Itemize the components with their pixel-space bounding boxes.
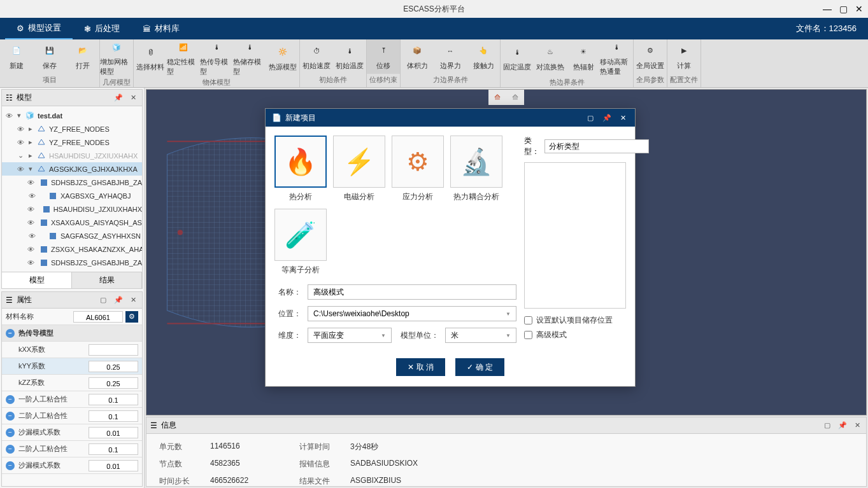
tree-row[interactable]: 👁SDHSBJZS_GHSABJHB_ZAHU [2,176,142,189]
ribbon-item[interactable]: 🌡初始温度 [333,39,366,74]
tree-row[interactable]: 👁HSAUHDISU_JZXIUXHAHX [2,202,142,216]
ribbon-item[interactable]: 🌡热传导模型 [200,39,233,76]
menu-materials[interactable]: 🏛 材料库 [131,18,191,39]
close-icon[interactable]: ✕ [618,114,629,122]
minimize-button[interactable]: — [823,4,832,14]
cancel-button[interactable]: ✕ 取 消 [396,358,445,376]
analysis-type-card[interactable]: ⚡电磁分析 [333,136,385,202]
tree-row[interactable]: 👁ZSXGX_HSAKAZNZXK_AHASX [2,242,142,256]
restore-icon[interactable]: ▢ [98,296,108,304]
analysis-type-card[interactable]: 🔬热力耦合分析 [450,136,502,202]
collapse-icon[interactable]: ▾ [16,111,22,120]
tab-results[interactable]: 结果 [72,272,142,288]
property-value[interactable]: 0.25 [89,361,138,372]
ribbon-item[interactable]: ⤒位移 [367,39,400,74]
ribbon-item[interactable]: 🌡固定温度 [501,39,534,76]
visibility-icon[interactable]: ⌄ [16,151,25,160]
property-value[interactable]: 0.01 [89,460,138,471]
ribbon-item[interactable]: ⚙全局设置 [634,39,667,74]
close-icon[interactable]: ✕ [129,296,138,304]
visibility-icon[interactable]: 👁 [16,125,25,133]
expand-icon[interactable]: ▸ [27,138,34,146]
visibility-icon[interactable]: 👁 [27,246,34,253]
dimension-select[interactable]: 平面应变 ▼ [308,328,392,343]
ribbon-item[interactable]: 💾保存 [33,39,66,74]
axis-tool-2[interactable]: ⟰ [506,90,524,105]
ok-button[interactable]: ✓ 确 定 [455,358,504,376]
pin-icon[interactable]: 📌 [112,94,125,102]
property-value[interactable]: 0.1 [89,394,138,405]
analysis-type-card[interactable]: ⚙应力分析 [392,136,444,202]
name-input[interactable] [308,284,516,300]
expand-icon[interactable]: ▸ [27,151,34,160]
visibility-icon[interactable]: 👁 [27,259,34,267]
property-value[interactable]: 0.1 [89,443,138,455]
ribbon-item[interactable]: 🌡热储存模型 [233,39,266,76]
visibility-icon[interactable]: 👁 [27,232,36,240]
ribbon-item[interactable]: 📦体积力 [401,39,434,74]
menu-postprocess[interactable]: ❃ 后处理 [73,18,131,39]
ribbon-item[interactable]: 📶稳定性模型 [167,39,200,76]
restore-icon[interactable]: ▢ [822,421,832,429]
expand-icon[interactable]: ▸ [27,125,34,133]
ribbon-item[interactable]: ☀热辐射 [567,39,600,76]
pin-icon[interactable]: 📌 [836,421,849,429]
close-button[interactable]: ✕ [855,4,863,14]
ribbon-item[interactable]: 📂打开 [66,39,99,74]
gear-icon[interactable]: ⚙ [125,311,138,323]
ribbon-item[interactable]: ♨对流换热 [534,39,567,76]
collapse-icon[interactable]: − [6,428,15,437]
ribbon-item[interactable]: ⏱初始速度 [300,39,333,74]
visibility-icon[interactable]: 👁 [27,219,34,227]
axis-tool-1[interactable]: ⟰ [488,90,506,105]
type-input[interactable] [544,139,649,153]
visibility-icon[interactable]: 👁 [4,112,13,120]
visibility-icon[interactable]: 👁 [27,192,36,200]
tree-row[interactable]: 👁▸YZ_FREE_NODES [2,136,142,149]
close-icon[interactable]: ✕ [129,94,138,102]
ribbon-item[interactable]: ↔边界力 [434,39,467,74]
collapse-icon[interactable]: − [6,461,15,470]
collapse-icon[interactable]: − [6,445,15,454]
collapse-icon[interactable]: − [6,412,15,421]
tree-row[interactable]: 👁XSAXGAUS_AISYAQSH_ASHX [2,216,142,229]
collapse-icon[interactable]: − [6,395,15,404]
ribbon-item[interactable]: 🌡移动高斯热通量 [600,39,633,76]
analysis-type-card[interactable]: 🧪等离子分析 [274,209,327,275]
type-list-box[interactable] [524,162,626,309]
visibility-icon[interactable]: 👁 [27,206,34,213]
analysis-type-card[interactable]: 🔥热分析 [274,136,327,202]
ribbon-item[interactable]: 🧊增加网格模型 [100,39,133,76]
ribbon-item[interactable]: 👆接触力 [467,39,500,74]
menu-model-settings[interactable]: ⚙ 模型设置 [5,18,73,39]
property-value[interactable]: 0.25 [89,377,138,389]
tree-row[interactable]: 👁SAGFASGZ_ASYHHXSN [2,229,142,242]
tree-row[interactable]: 👁▾AGSGKJKG_GJHXAJKHXA [2,162,142,176]
location-select[interactable]: C:\Users\weixiaohe\Desktop ▼ [308,306,516,321]
property-value[interactable]: 0.1 [89,410,138,422]
material-value[interactable]: AL6061 [73,311,123,323]
collapse-icon[interactable]: − [6,329,15,338]
ribbon-item[interactable]: 📄新建 [0,39,33,74]
property-value[interactable]: 0.01 [89,427,138,438]
maximize-button[interactable]: ▢ [839,4,848,14]
visibility-icon[interactable]: 👁 [16,165,25,173]
visibility-icon[interactable]: 👁 [16,139,25,146]
visibility-icon[interactable]: 👁 [27,179,34,186]
restore-icon[interactable]: ▢ [585,114,596,122]
tab-model[interactable]: 模型 [2,272,72,288]
default-location-checkbox[interactable] [524,316,532,324]
tree-row[interactable]: ⌄▸HSAUHDISU_JZXIUXHAHX [2,149,142,162]
advanced-mode-checkbox[interactable] [524,331,532,339]
tree-row[interactable]: 👁XAGBSXG_AYHAQBJ [2,189,142,202]
close-icon[interactable]: ✕ [853,421,862,429]
ribbon-item[interactable]: 🔆热源模型 [266,39,299,76]
ribbon-item[interactable]: 🛢选择材料 [134,39,167,76]
pin-icon[interactable]: 📌 [600,114,614,122]
property-value[interactable] [89,344,138,356]
expand-icon[interactable]: ▾ [27,165,34,173]
tree-root[interactable]: 👁▾🧊test.dat [2,109,142,122]
unit-select[interactable]: 米 ▼ [445,328,516,343]
ribbon-item[interactable]: ▶计算 [667,39,701,74]
pin-icon[interactable]: 📌 [112,296,125,304]
